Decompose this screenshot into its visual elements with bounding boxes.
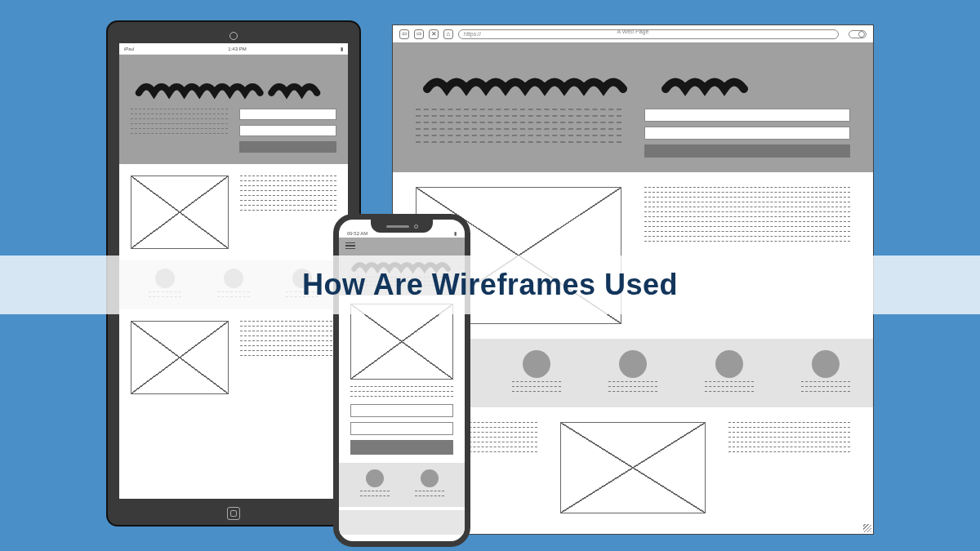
browser-hero-form — [644, 109, 850, 158]
tablet-hero-text — [131, 109, 228, 153]
input-field[interactable] — [350, 404, 453, 417]
title-overlay-band: How Are Wireframes Used — [0, 256, 980, 314]
phone-nav-bar — [339, 238, 465, 254]
input-field[interactable] — [239, 109, 336, 120]
input-field[interactable] — [239, 125, 336, 136]
tablet-status-time: 1:43 PM — [228, 47, 246, 51]
feature-circle-icon — [812, 350, 840, 378]
image-placeholder-icon — [131, 176, 229, 249]
browser-page-title: A Web Page — [617, 29, 649, 34]
image-placeholder-icon — [560, 422, 706, 513]
browser-hero — [393, 61, 873, 172]
tablet-nav-bar — [119, 55, 348, 69]
browser-hero-text — [416, 109, 621, 158]
feature-circle-icon — [523, 350, 550, 378]
tablet-status-left: iPad — [124, 47, 134, 51]
tablet-home-button-icon — [227, 507, 240, 520]
page-title: How Are Wireframes Used — [302, 268, 678, 302]
tablet-content-row-2 — [119, 309, 348, 406]
address-prefix: https:// — [464, 31, 481, 37]
text-placeholder — [240, 321, 336, 394]
resize-grip-icon[interactable] — [863, 524, 871, 532]
feature-circle-icon — [366, 469, 384, 487]
browser-chrome-bar: ⇦ ⇨ ✕ ⌂ https:// A Web Page — [393, 25, 873, 43]
hamburger-menu-icon[interactable] — [345, 242, 355, 250]
phone-footer-band — [339, 510, 465, 535]
browser-headline-scribble — [419, 73, 847, 97]
tablet-headline-scribble — [134, 79, 333, 100]
phone-content — [339, 295, 465, 463]
camera-icon — [414, 224, 418, 229]
submit-button[interactable] — [350, 440, 453, 455]
tablet-status-right: ▮ — [341, 46, 343, 51]
tablet-hero — [119, 69, 348, 164]
home-icon[interactable]: ⌂ — [443, 29, 453, 39]
feature-circle-icon — [715, 350, 743, 378]
forward-icon[interactable]: ⇨ — [414, 29, 424, 39]
tablet-camera-icon — [229, 32, 238, 40]
close-icon[interactable]: ✕ — [429, 29, 439, 39]
speaker-icon — [386, 225, 409, 228]
phone-features-band — [339, 463, 465, 507]
text-placeholder — [728, 422, 850, 456]
back-icon[interactable]: ⇦ — [399, 29, 409, 39]
input-field[interactable] — [644, 127, 850, 140]
tablet-content-row — [119, 164, 348, 260]
text-placeholder — [240, 176, 336, 249]
browser-nav-bar — [393, 43, 873, 61]
tablet-status-bar: iPad 1:43 PM ▮ — [119, 43, 348, 55]
phone-status-time: 09:52 AM — [347, 231, 368, 236]
submit-button[interactable] — [239, 141, 336, 153]
phone-notch — [371, 220, 433, 233]
tablet-hero-form — [239, 109, 336, 153]
text-placeholder — [350, 386, 453, 398]
feature-circle-icon — [619, 350, 647, 378]
phone-status-icons: ▮ — [454, 230, 457, 236]
input-field[interactable] — [644, 109, 850, 122]
image-placeholder-icon — [131, 321, 229, 394]
input-field[interactable] — [350, 422, 453, 435]
submit-button[interactable] — [644, 144, 850, 158]
feature-circle-icon — [421, 469, 439, 487]
image-placeholder-icon — [350, 304, 453, 380]
search-pill-icon[interactable] — [849, 30, 866, 38]
